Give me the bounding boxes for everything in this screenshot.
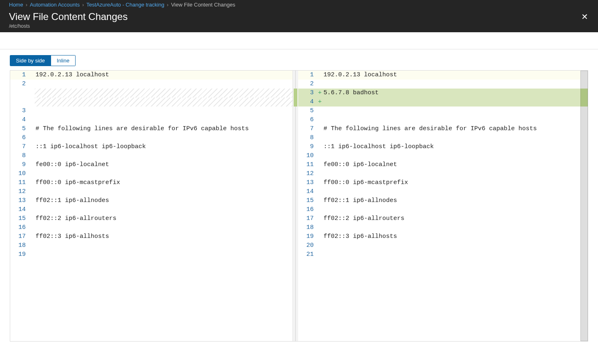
- change-marker: [29, 71, 35, 80]
- diff-line-original: 13ff02::1 ip6-allnodes: [10, 196, 292, 205]
- line-number: 13: [298, 178, 317, 187]
- change-marker: [29, 178, 35, 187]
- change-marker: [317, 214, 323, 223]
- line-text: 5.6.7.8 badhost: [323, 89, 580, 98]
- diff-line-modified: 1192.0.2.13 localhost: [298, 71, 580, 80]
- diff-overview-center[interactable]: [292, 71, 298, 341]
- change-marker: [317, 80, 323, 89]
- change-marker: [29, 214, 35, 223]
- change-marker: [317, 160, 323, 169]
- line-number: 13: [10, 196, 29, 205]
- diff-line-original: 17ff02::3 ip6-allhosts: [10, 232, 292, 241]
- line-number: 19: [298, 232, 317, 241]
- minimap-viewport[interactable]: [580, 71, 588, 341]
- change-marker: [29, 223, 35, 232]
- diff-line-modified: 15ff02::1 ip6-allnodes: [298, 196, 580, 205]
- line-number: 12: [10, 187, 29, 196]
- line-number: 21: [298, 250, 317, 259]
- change-marker: [317, 124, 323, 133]
- change-marker: [29, 241, 35, 250]
- line-number: 10: [298, 151, 317, 160]
- close-button[interactable]: ✕: [579, 11, 591, 22]
- line-number: 11: [10, 178, 29, 187]
- line-text: [323, 169, 580, 178]
- line-text: ::1 ip6-localhost ip6-loopback: [323, 142, 580, 151]
- chevron-right-icon: ›: [167, 2, 168, 8]
- line-number: 8: [298, 133, 317, 142]
- breadcrumb: Home › Automation Accounts › TestAzureAu…: [0, 0, 598, 9]
- line-number: 20: [298, 241, 317, 250]
- line-number: 14: [298, 187, 317, 196]
- change-marker: [317, 205, 323, 214]
- diff-line-original: 10: [10, 169, 292, 178]
- change-marker: [317, 151, 323, 160]
- diff-pane-original[interactable]: 1192.0.2.13 localhost2345# The following…: [10, 71, 292, 341]
- change-marker: [29, 151, 35, 160]
- line-text: ff02::3 ip6-allhosts: [323, 232, 580, 241]
- breadcrumb-link-automation-accounts[interactable]: Automation Accounts: [30, 2, 80, 8]
- diff-line-original: 2: [10, 80, 292, 89]
- diff-pane-modified[interactable]: 1192.0.2.13 localhost23+5.6.7.8 badhost4…: [298, 71, 580, 341]
- line-text: [323, 151, 580, 160]
- diff-line-original: 16: [10, 223, 292, 232]
- diff-line-original: 11ff00::0 ip6-mcastprefix: [10, 178, 292, 187]
- line-number: 9: [10, 160, 29, 169]
- view-mode-inline[interactable]: Inline: [51, 55, 75, 66]
- line-number: 18: [10, 241, 29, 250]
- page-title: View File Content Changes: [9, 11, 127, 22]
- diff-line-original: 7::1 ip6-localhost ip6-loopback: [10, 142, 292, 151]
- line-number: 5: [10, 124, 29, 133]
- change-marker: [29, 124, 35, 133]
- change-marker: [317, 71, 323, 80]
- change-marker: [29, 160, 35, 169]
- line-text: ff00::0 ip6-mcastprefix: [323, 178, 580, 187]
- change-marker: [29, 107, 35, 115]
- change-marker: [317, 223, 323, 232]
- line-text: [323, 187, 580, 196]
- line-text: ff02::2 ip6-allrouters: [323, 214, 580, 223]
- diff-line-modified: 2: [298, 80, 580, 89]
- diff-line-modified: 21: [298, 250, 580, 259]
- diff-line-original: 4: [10, 115, 292, 124]
- line-text: [35, 250, 292, 259]
- header-bar: Home › Automation Accounts › TestAzureAu…: [0, 0, 598, 32]
- line-text: ff02::1 ip6-allnodes: [35, 196, 292, 205]
- diff-viewer: 1192.0.2.13 localhost2345# The following…: [10, 70, 588, 342]
- change-marker: [317, 250, 323, 259]
- diff-line-modified: 10: [298, 151, 580, 160]
- diff-minimap[interactable]: [580, 71, 588, 341]
- change-marker: [29, 133, 35, 142]
- diff-line-original: 5# The following lines are desirable for…: [10, 124, 292, 133]
- line-text: [35, 151, 292, 160]
- line-number: 6: [10, 133, 29, 142]
- breadcrumb-link-change-tracking[interactable]: TestAzureAuto - Change tracking: [87, 2, 165, 8]
- line-number: 4: [298, 98, 317, 107]
- line-number: 1: [10, 71, 29, 80]
- change-marker: [29, 232, 35, 241]
- diff-line-original: 6: [10, 133, 292, 142]
- change-marker: [29, 115, 35, 124]
- breadcrumb-link-home[interactable]: Home: [9, 2, 23, 8]
- diff-line-modified: 18: [298, 223, 580, 232]
- line-text: [35, 107, 292, 115]
- change-marker: [29, 196, 35, 205]
- view-mode-side-by-side[interactable]: Side by side: [10, 55, 51, 66]
- page-subtitle: /etc/hosts: [9, 23, 127, 29]
- diff-line-modified: 12: [298, 169, 580, 178]
- line-text: [35, 241, 292, 250]
- change-marker: +: [317, 98, 323, 107]
- line-number: 19: [10, 250, 29, 259]
- change-marker: [317, 133, 323, 142]
- line-number: 2: [298, 80, 317, 89]
- diff-line-original: 15ff02::2 ip6-allrouters: [10, 214, 292, 223]
- diff-line-modified: 9::1 ip6-localhost ip6-loopback: [298, 142, 580, 151]
- change-marker: [29, 250, 35, 259]
- view-mode-segmented: Side by side Inline: [10, 55, 76, 66]
- view-mode-toolbar: Side by side Inline: [0, 49, 598, 70]
- line-text: [323, 241, 580, 250]
- line-text: fe00::0 ip6-localnet: [35, 160, 292, 169]
- diff-line-modified: 7# The following lines are desirable for…: [298, 124, 580, 133]
- line-text: ff02::3 ip6-allhosts: [35, 232, 292, 241]
- line-number: 8: [10, 151, 29, 160]
- diff-line-modified: 13ff00::0 ip6-mcastprefix: [298, 178, 580, 187]
